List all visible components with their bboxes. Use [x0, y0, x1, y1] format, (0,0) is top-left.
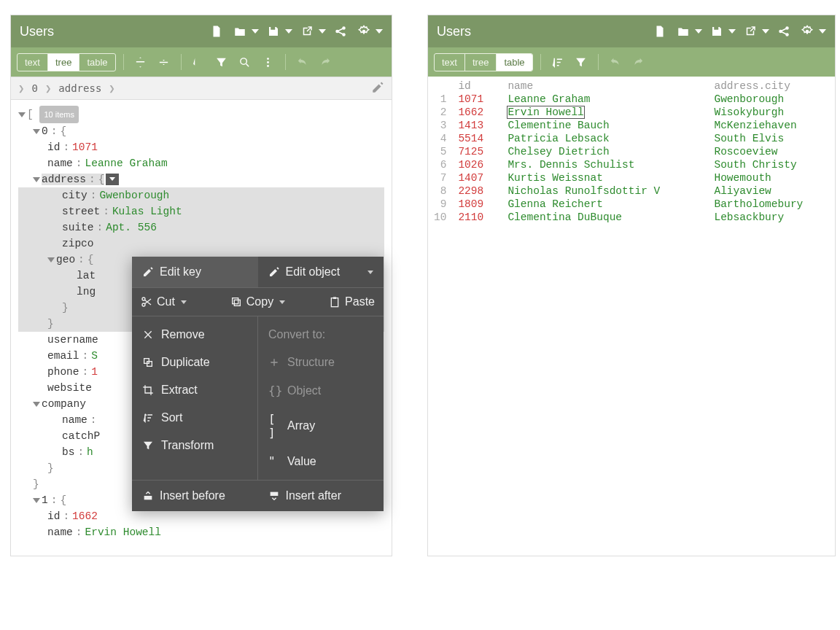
- col-id[interactable]: id: [452, 79, 502, 93]
- convert-structure-button[interactable]: Structure: [258, 349, 384, 376]
- collapse-toggle[interactable]: [33, 177, 40, 182]
- breadcrumb-field[interactable]: address: [58, 82, 101, 94]
- breadcrumb-idx[interactable]: 0: [31, 82, 37, 94]
- cell-name[interactable]: Nicholas Runolfsdottir V: [502, 184, 708, 198]
- key-name[interactable]: name: [47, 158, 73, 169]
- cell-id[interactable]: 1071: [452, 93, 502, 106]
- cell-id[interactable]: 5514: [452, 132, 502, 145]
- val-bs[interactable]: h: [87, 446, 93, 458]
- key-company-name[interactable]: name: [62, 414, 88, 426]
- context-menu-trigger[interactable]: [106, 174, 119, 185]
- cell-id[interactable]: 1809: [452, 198, 502, 211]
- cell-id[interactable]: 1662: [452, 106, 502, 119]
- col-name[interactable]: name: [502, 79, 708, 93]
- duplicate-button[interactable]: Duplicate: [132, 349, 257, 376]
- key-name[interactable]: name: [47, 526, 73, 538]
- redo-icon[interactable]: [316, 52, 335, 71]
- table-row[interactable]: 57125Chelsey DietrichRoscoeview: [428, 145, 835, 158]
- cell-name[interactable]: Mrs. Dennis Schulist: [502, 158, 708, 171]
- open-icon[interactable]: [674, 23, 692, 40]
- new-icon[interactable]: [208, 23, 225, 40]
- cell-id[interactable]: 7125: [452, 145, 502, 158]
- mode-tree[interactable]: tree: [465, 54, 497, 71]
- key-id[interactable]: id: [47, 510, 60, 522]
- key-city[interactable]: city: [62, 190, 88, 201]
- sort-button[interactable]: Sort: [132, 404, 257, 432]
- collapse-all-icon[interactable]: [155, 52, 174, 71]
- cell-id[interactable]: 1413: [452, 119, 502, 132]
- val-name[interactable]: Ervin Howell: [85, 526, 161, 538]
- table-row[interactable]: 82298Nicholas Runolfsdottir VAliyaview: [428, 184, 835, 198]
- chevron-down-icon[interactable]: [181, 300, 187, 304]
- save-icon[interactable]: [265, 23, 282, 40]
- expand-all-icon[interactable]: [131, 52, 150, 71]
- cell-city[interactable]: Roscoeview: [708, 145, 835, 158]
- table-row[interactable]: 31413Clementine BauchMcKenziehaven: [428, 119, 835, 132]
- val-city[interactable]: Gwenborough: [100, 190, 170, 201]
- cell-name[interactable]: Kurtis Weissnat: [502, 171, 708, 184]
- key-suite[interactable]: suite: [62, 222, 94, 233]
- cell-city[interactable]: McKenziehaven: [708, 119, 835, 132]
- cell-name[interactable]: Clementina DuBuque: [502, 211, 708, 224]
- cell-id[interactable]: 1026: [452, 158, 502, 171]
- val-phone[interactable]: 1: [91, 366, 98, 378]
- key-lng[interactable]: lng: [77, 286, 96, 298]
- cell-name[interactable]: Clementine Bauch: [502, 119, 708, 132]
- val-street[interactable]: Kulas Light: [112, 206, 182, 217]
- sort-icon[interactable]: [548, 52, 567, 71]
- collapse-toggle[interactable]: [33, 498, 40, 503]
- convert-value-button[interactable]: " Value: [258, 447, 384, 475]
- cell-name[interactable]: Patricia Lebsack: [502, 132, 708, 145]
- data-table[interactable]: id name address.city 11071Leanne GrahamG…: [428, 77, 835, 227]
- undo-icon[interactable]: [606, 52, 625, 71]
- collapse-toggle[interactable]: [33, 402, 40, 407]
- save-dropdown[interactable]: [285, 29, 292, 34]
- key-website[interactable]: website: [47, 382, 92, 394]
- cell-name[interactable]: Ervin Howell: [502, 106, 708, 119]
- cell-city[interactable]: Howemouth: [708, 171, 835, 184]
- chevron-right-icon[interactable]: ❯: [18, 82, 24, 94]
- settings-dropdown[interactable]: [819, 29, 826, 34]
- mode-text[interactable]: text: [435, 54, 465, 71]
- cell-id[interactable]: 2110: [452, 211, 502, 224]
- mode-table[interactable]: table: [79, 54, 114, 71]
- key-catchphrase[interactable]: catchP: [62, 430, 100, 442]
- more-icon[interactable]: [259, 52, 278, 71]
- key-street[interactable]: street: [62, 206, 100, 217]
- convert-array-button[interactable]: [ ]Array: [258, 405, 384, 447]
- sort-icon[interactable]: [189, 52, 208, 71]
- mode-table[interactable]: table: [497, 54, 532, 71]
- extract-button[interactable]: Extract: [132, 376, 257, 404]
- cut-button[interactable]: Cut: [141, 295, 175, 308]
- key-email[interactable]: email: [47, 350, 79, 362]
- export-dropdown[interactable]: [762, 29, 769, 34]
- chevron-down-icon[interactable]: [279, 300, 285, 304]
- insert-before-button[interactable]: Insert before: [132, 481, 258, 511]
- search-icon[interactable]: [236, 52, 254, 71]
- cell-id[interactable]: 2298: [452, 184, 502, 198]
- key-address[interactable]: address: [42, 174, 86, 185]
- collapse-toggle[interactable]: [47, 257, 55, 262]
- redo-icon[interactable]: [629, 52, 648, 71]
- convert-object-button[interactable]: {}Object: [258, 376, 384, 405]
- transform-button[interactable]: Transform: [132, 432, 257, 459]
- edit-object-button[interactable]: Edit object: [258, 257, 384, 287]
- table-row[interactable]: 21662Ervin HowellWisokyburgh: [428, 106, 835, 119]
- cell-city[interactable]: South Elvis: [708, 132, 835, 145]
- val-name[interactable]: Leanne Graham: [85, 158, 168, 169]
- table-row[interactable]: 45514Patricia LebsackSouth Elvis: [428, 132, 835, 145]
- filter-icon[interactable]: [212, 52, 231, 71]
- table-row[interactable]: 91809Glenna ReichertBartholomebury: [428, 198, 835, 211]
- mode-text[interactable]: text: [18, 54, 48, 71]
- key-bs[interactable]: bs: [62, 446, 74, 458]
- val-id[interactable]: 1071: [72, 141, 98, 153]
- table-row[interactable]: 61026Mrs. Dennis SchulistSouth Christy: [428, 158, 835, 171]
- collapse-toggle[interactable]: [33, 129, 40, 134]
- share-icon[interactable]: [332, 23, 349, 40]
- table-row[interactable]: 71407Kurtis WeissnatHowemouth: [428, 171, 835, 184]
- val-email[interactable]: S: [91, 350, 98, 362]
- paste-button[interactable]: Paste: [329, 295, 375, 308]
- val-suite[interactable]: Apt. 556: [106, 222, 157, 233]
- cell-name[interactable]: Glenna Reichert: [502, 198, 708, 211]
- open-icon[interactable]: [231, 23, 249, 40]
